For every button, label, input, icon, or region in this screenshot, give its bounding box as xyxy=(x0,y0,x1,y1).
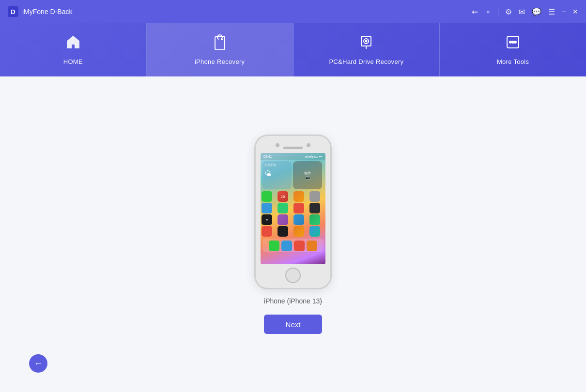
app-blue xyxy=(309,226,320,237)
screen-apps: 29 tv xyxy=(261,190,325,238)
share-icon[interactable]: ⇜ xyxy=(472,7,478,16)
weather-widget: 天気予報 🌤 xyxy=(262,161,292,189)
dock-messages xyxy=(294,241,305,251)
app-facetime xyxy=(262,191,272,202)
back-arrow-icon: ← xyxy=(34,359,43,369)
screen-status-bar: 09:41 wireless; ▪▪▪ xyxy=(261,153,325,160)
app-logo: D xyxy=(8,6,18,17)
mail-icon[interactable]: ✉ xyxy=(519,7,525,16)
chat-icon[interactable]: 💬 xyxy=(532,7,541,16)
app-settings2 xyxy=(293,226,304,237)
phone-screen: 09:41 wireless; ▪▪▪ 天気予報 🌤 相片📷 xyxy=(261,153,325,264)
dots-icon xyxy=(505,34,521,53)
status-icons: wireless; ▪▪▪ xyxy=(305,155,323,158)
dock-music xyxy=(307,241,317,251)
nav-item-home[interactable]: HOME xyxy=(0,23,147,76)
refresh-icon xyxy=(212,34,228,53)
app-maps xyxy=(309,214,320,225)
dock-phone xyxy=(269,241,279,251)
svg-point-6 xyxy=(509,41,511,43)
menu-icon[interactable]: ☰ xyxy=(548,7,555,16)
app-notes xyxy=(278,203,288,213)
svg-point-7 xyxy=(512,41,514,43)
close-button[interactable]: ✕ xyxy=(572,8,578,15)
widget-row: 天気予報 🌤 相片📷 xyxy=(261,160,325,190)
app-podcasts xyxy=(278,214,288,225)
phone-dock xyxy=(262,239,324,252)
app-calendar: 29 xyxy=(278,191,288,202)
nav-item-iphone-recovery[interactable]: iPhone Recovery xyxy=(147,23,293,76)
app-store xyxy=(293,214,304,225)
app-dark xyxy=(278,226,288,237)
app-heart xyxy=(262,226,272,237)
phone-illustration: 09:41 wireless; ▪▪▪ 天気予報 🌤 相片📷 xyxy=(254,135,332,289)
app-settings xyxy=(293,203,304,213)
gray-widget: 相片📷 xyxy=(293,161,322,189)
phone-container: 09:41 wireless; ▪▪▪ 天気予報 🌤 相片📷 xyxy=(254,135,332,334)
app-clock xyxy=(309,203,320,213)
title-bar-left: D iMyFone D-Back xyxy=(8,6,72,17)
settings-icon[interactable]: ⚙ xyxy=(505,7,512,16)
phone-camera-2 xyxy=(307,143,310,147)
pin-icon xyxy=(358,34,374,53)
app-camera xyxy=(309,191,320,202)
profile-icon[interactable]: ⚬ xyxy=(485,7,491,16)
svg-point-8 xyxy=(514,41,516,43)
svg-rect-0 xyxy=(215,36,225,50)
app-photos xyxy=(293,191,304,202)
phone-speaker xyxy=(283,147,303,149)
nav-label-iphone-recovery: iPhone Recovery xyxy=(195,58,245,65)
nav-item-pc-hard-drive[interactable]: PC&Hard Drive Recovery xyxy=(293,23,440,76)
nav-bar: HOME iPhone Recovery PC&Hard Drive Recov… xyxy=(0,23,586,76)
nav-item-more-tools[interactable]: More Tools xyxy=(440,23,586,76)
main-content: 09:41 wireless; ▪▪▪ 天気予報 🌤 相片📷 xyxy=(0,76,586,392)
minimize-button[interactable]: − xyxy=(562,8,566,15)
status-time: 09:41 xyxy=(263,155,272,158)
nav-label-more-tools: More Tools xyxy=(497,58,529,65)
next-button[interactable]: Next xyxy=(264,315,322,334)
title-bar-right: ⇜ ⚬ ⚙ ✉ 💬 ☰ − ✕ xyxy=(472,7,578,16)
back-button[interactable]: ← xyxy=(29,354,47,373)
nav-label-home: HOME xyxy=(63,58,83,65)
home-icon xyxy=(65,34,81,53)
phone-home-button xyxy=(285,268,301,283)
phone-camera xyxy=(276,143,279,147)
nav-label-pc-hard-drive: PC&Hard Drive Recovery xyxy=(329,58,403,65)
svg-point-4 xyxy=(366,41,367,42)
device-label: iPhone (iPhone 13) xyxy=(264,297,322,305)
divider xyxy=(498,7,498,16)
app-tv: tv xyxy=(262,214,272,225)
dock-safari xyxy=(281,241,292,251)
title-bar: D iMyFone D-Back ⇜ ⚬ ⚙ ✉ 💬 ☰ − ✕ xyxy=(0,0,586,23)
app-title: iMyFone D-Back xyxy=(22,8,72,15)
app-mail xyxy=(262,203,272,213)
